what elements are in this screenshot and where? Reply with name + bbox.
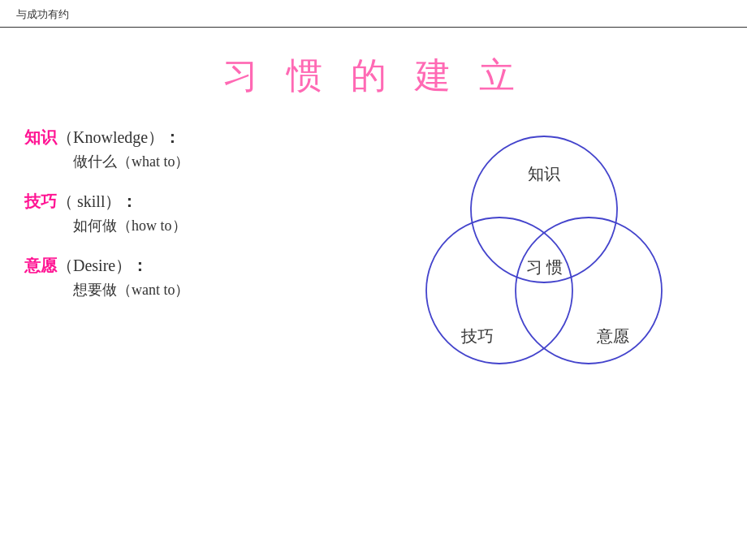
svg-point-2 — [516, 218, 662, 364]
header: 与成功有约 — [0, 0, 747, 28]
knowledge-title-line: 知识（Knowledge）： — [24, 124, 365, 150]
header-text: 与成功有约 — [16, 8, 69, 20]
svg-text:意愿: 意愿 — [596, 327, 629, 345]
svg-text:知识: 知识 — [528, 165, 560, 183]
main-title: 习 惯 的 建 立 — [0, 52, 747, 100]
skill-content: 如何做（how to） — [73, 214, 365, 238]
main-title-text: 习 惯 的 建 立 — [222, 56, 525, 96]
left-panel: 知识（Knowledge）： 做什么（what to） 技巧（ skill）： … — [24, 124, 365, 384]
desire-colon: ： — [132, 256, 148, 274]
skill-paren: （ skill） — [57, 192, 121, 210]
knowledge-label: 知识 — [24, 128, 57, 146]
skill-title-line: 技巧（ skill）： — [24, 188, 365, 214]
svg-text:习 惯: 习 惯 — [526, 258, 563, 276]
venn-diagram: 知识 技巧 意愿 习 惯 — [406, 124, 682, 384]
venn-svg: 知识 技巧 意愿 习 惯 — [406, 124, 682, 384]
right-panel: 知识 技巧 意愿 习 惯 — [365, 124, 723, 384]
knowledge-section: 知识（Knowledge）： 做什么（what to） — [24, 124, 365, 174]
skill-section: 技巧（ skill）： 如何做（how to） — [24, 188, 365, 238]
svg-text:技巧: 技巧 — [460, 327, 494, 345]
svg-point-1 — [426, 218, 572, 364]
desire-title-line: 意愿（Desire）： — [24, 252, 365, 278]
knowledge-paren: （Knowledge） — [57, 128, 164, 146]
desire-paren: （Desire） — [57, 256, 132, 274]
skill-colon: ： — [121, 192, 137, 210]
knowledge-colon: ： — [164, 128, 180, 146]
skill-label: 技巧 — [24, 192, 57, 210]
knowledge-content: 做什么（what to） — [73, 150, 365, 174]
content-area: 知识（Knowledge）： 做什么（what to） 技巧（ skill）： … — [0, 124, 747, 384]
desire-section: 意愿（Desire）： 想要做（want to） — [24, 252, 365, 302]
desire-label: 意愿 — [24, 256, 57, 274]
desire-content: 想要做（want to） — [73, 278, 365, 302]
